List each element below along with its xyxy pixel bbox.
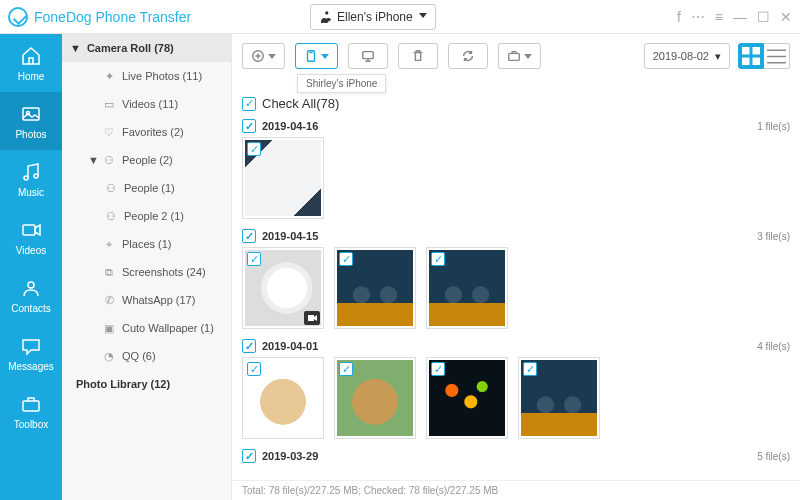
checkbox-icon: ✓ bbox=[247, 362, 261, 376]
tree-qq[interactable]: ◔QQ (6) bbox=[62, 342, 231, 370]
chevron-down-icon bbox=[419, 13, 427, 18]
group-header[interactable]: ✓2019-04-161 file(s) bbox=[242, 119, 790, 133]
tree-videos[interactable]: ▭Videos (11) bbox=[62, 90, 231, 118]
minimize-button[interactable]: — bbox=[733, 9, 747, 25]
thumb-row: ✓✓✓✓ bbox=[242, 357, 790, 439]
photo-thumbnail[interactable]: ✓ bbox=[334, 247, 416, 329]
checkbox-icon: ✓ bbox=[247, 142, 261, 156]
list-view-button[interactable] bbox=[764, 43, 790, 69]
checkbox-icon: ✓ bbox=[242, 119, 256, 133]
tree-screenshots[interactable]: ⧉Screenshots (24) bbox=[62, 258, 231, 286]
menu-icon[interactable]: ≡ bbox=[715, 9, 723, 25]
apple-icon bbox=[321, 11, 331, 23]
checkbox-icon: ✓ bbox=[242, 229, 256, 243]
facebook-icon[interactable]: f bbox=[677, 9, 681, 25]
checkbox-icon: ✓ bbox=[242, 97, 256, 111]
chevron-down-icon bbox=[321, 54, 329, 59]
app-title: FoneDog Phone Transfer bbox=[34, 9, 191, 25]
photos-icon bbox=[20, 103, 42, 125]
checkbox-icon: ✓ bbox=[242, 449, 256, 463]
home-icon bbox=[20, 45, 42, 67]
checkbox-icon: ✓ bbox=[523, 362, 537, 376]
screenshot-icon: ⧉ bbox=[102, 265, 116, 279]
tree-people[interactable]: ▼⚇People (2) bbox=[62, 146, 231, 174]
svg-rect-13 bbox=[742, 58, 750, 66]
nav-music[interactable]: Music bbox=[0, 150, 62, 208]
svg-rect-14 bbox=[753, 58, 761, 66]
export-to-pc-button[interactable] bbox=[348, 43, 388, 69]
photo-thumbnail[interactable]: ✓ bbox=[242, 137, 324, 219]
group-header[interactable]: ✓2019-03-295 file(s) bbox=[242, 449, 790, 463]
tree-people-2[interactable]: ⚇People 2 (1) bbox=[62, 202, 231, 230]
app-logo: FoneDog Phone Transfer bbox=[8, 7, 240, 27]
nav-videos[interactable]: Videos bbox=[0, 208, 62, 266]
qq-icon: ◔ bbox=[102, 349, 116, 363]
tree-whatsapp[interactable]: ✆WhatsApp (17) bbox=[62, 286, 231, 314]
device-name: Ellen's iPhone bbox=[337, 10, 413, 24]
video-icon: ▭ bbox=[102, 97, 116, 111]
toolbox-button[interactable] bbox=[498, 43, 541, 69]
photo-thumbnail[interactable]: ✓ bbox=[242, 247, 324, 329]
photo-thumbnail[interactable]: ✓ bbox=[426, 247, 508, 329]
contacts-icon bbox=[20, 277, 42, 299]
videos-icon bbox=[20, 219, 42, 241]
svg-point-3 bbox=[34, 174, 38, 178]
close-button[interactable]: ✕ bbox=[780, 9, 792, 25]
nav-toolbox[interactable]: Toolbox bbox=[0, 382, 62, 440]
content-pane: 2019-08-02▾ Shirley's iPhone ✓Check All(… bbox=[232, 34, 800, 500]
photo-thumbnail[interactable]: ✓ bbox=[242, 357, 324, 439]
person-icon: ⚇ bbox=[104, 209, 118, 223]
nav-contacts[interactable]: Contacts bbox=[0, 266, 62, 324]
date-value: 2019-08-02 bbox=[653, 50, 709, 62]
people-icon: ⚇ bbox=[102, 153, 116, 167]
delete-button[interactable] bbox=[398, 43, 438, 69]
refresh-button[interactable] bbox=[448, 43, 488, 69]
heart-icon: ♡ bbox=[102, 125, 116, 139]
logo-icon bbox=[8, 7, 28, 27]
group-header[interactable]: ✓2019-04-153 file(s) bbox=[242, 229, 790, 243]
chevron-down-icon bbox=[524, 54, 532, 59]
nav-photos[interactable]: Photos bbox=[0, 92, 62, 150]
date-filter[interactable]: 2019-08-02▾ bbox=[644, 43, 730, 69]
checkbox-icon: ✓ bbox=[247, 252, 261, 266]
grid-view-button[interactable] bbox=[738, 43, 764, 69]
tree-people[interactable]: ⚇People (1) bbox=[62, 174, 231, 202]
nav-home[interactable]: Home bbox=[0, 34, 62, 92]
toolbox-icon bbox=[20, 393, 42, 415]
tree-cuto-wallpaper[interactable]: ▣Cuto Wallpaper (1) bbox=[62, 314, 231, 342]
wallpaper-icon: ▣ bbox=[102, 321, 116, 335]
tooltip: Shirley's iPhone bbox=[297, 74, 386, 93]
add-button[interactable] bbox=[242, 43, 285, 69]
check-all[interactable]: ✓Check All(78) bbox=[242, 96, 790, 111]
feedback-icon[interactable]: ⋯ bbox=[691, 9, 705, 25]
svg-rect-9 bbox=[363, 52, 374, 59]
nav-rail: HomePhotosMusicVideosContactsMessagesToo… bbox=[0, 34, 62, 500]
photo-thumbnail[interactable]: ✓ bbox=[334, 357, 416, 439]
tree-favorites[interactable]: ♡Favorites (2) bbox=[62, 118, 231, 146]
whatsapp-icon: ✆ bbox=[102, 293, 116, 307]
pin-icon: ⌖ bbox=[102, 237, 116, 251]
svg-rect-6 bbox=[23, 401, 39, 411]
checkbox-icon: ✓ bbox=[339, 362, 353, 376]
checkbox-icon: ✓ bbox=[431, 362, 445, 376]
svg-point-5 bbox=[28, 282, 34, 288]
photo-thumbnail[interactable]: ✓ bbox=[426, 357, 508, 439]
thumb-row: ✓✓✓ bbox=[242, 247, 790, 329]
svg-rect-11 bbox=[742, 47, 750, 55]
maximize-button[interactable]: ☐ bbox=[757, 9, 770, 25]
tree-live-photos[interactable]: ✦Live Photos (11) bbox=[62, 62, 231, 90]
export-to-device-button[interactable] bbox=[295, 43, 338, 69]
photo-thumbnail[interactable]: ✓ bbox=[518, 357, 600, 439]
photo-scroll-area[interactable]: ✓Check All(78)✓2019-04-161 file(s)✓✓2019… bbox=[232, 78, 800, 500]
svg-rect-4 bbox=[23, 225, 35, 235]
titlebar: FoneDog Phone Transfer Ellen's iPhone f … bbox=[0, 0, 800, 34]
nav-messages[interactable]: Messages bbox=[0, 324, 62, 382]
device-selector[interactable]: Ellen's iPhone bbox=[310, 4, 436, 30]
tree-camera-roll[interactable]: ▼Camera Roll (78) bbox=[62, 34, 231, 62]
group-header[interactable]: ✓2019-04-014 file(s) bbox=[242, 339, 790, 353]
checkbox-icon: ✓ bbox=[242, 339, 256, 353]
sidebar: ▼Camera Roll (78)✦Live Photos (11)▭Video… bbox=[62, 34, 232, 500]
sparkle-icon: ✦ bbox=[102, 69, 116, 83]
tree-photo-library[interactable]: Photo Library (12) bbox=[62, 370, 231, 398]
tree-places[interactable]: ⌖Places (1) bbox=[62, 230, 231, 258]
